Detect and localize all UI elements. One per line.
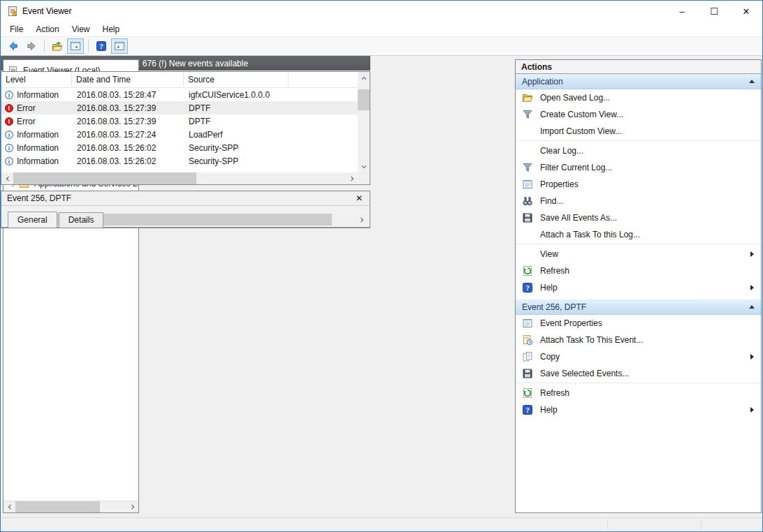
scroll-right-icon[interactable] [346, 172, 358, 184]
help-icon [522, 282, 534, 293]
forward-button[interactable] [23, 38, 40, 54]
event-date: 2016.08.03. 15:27:39 [72, 117, 184, 126]
tab-details[interactable]: Details [59, 212, 104, 228]
export-log-button[interactable] [49, 38, 66, 54]
scroll-thumb[interactable] [358, 89, 370, 110]
scroll-track[interactable] [13, 172, 346, 184]
collapse-arrow-icon[interactable] [749, 80, 755, 83]
info-icon [4, 130, 14, 140]
action-create-custom-view[interactable]: Create Custom View... [516, 106, 761, 123]
scroll-down-icon[interactable] [358, 161, 370, 172]
scroll-thumb[interactable] [15, 501, 100, 513]
action-help[interactable]: Help [516, 279, 761, 296]
action-label: Import Custom View... [540, 126, 761, 136]
results-pane: Application Number of events: 676 (!) Ne… [1, 56, 370, 228]
column-header-date-time[interactable]: Date and Time [72, 73, 184, 87]
copy-icon [522, 351, 534, 362]
action-refresh[interactable]: Refresh [516, 263, 761, 279]
help-button[interactable] [93, 38, 110, 54]
close-button[interactable]: ✕ [730, 1, 762, 22]
scroll-track[interactable] [358, 84, 370, 161]
event-source: Security-SPP [184, 143, 289, 153]
info-icon [4, 90, 14, 100]
actions-divider [516, 383, 761, 383]
menu-help[interactable]: Help [96, 23, 126, 36]
scroll-left-icon[interactable] [3, 501, 15, 513]
scrollbar-corner [358, 172, 370, 184]
toolbar-separator [88, 40, 89, 52]
event-row[interactable]: Error 2016.08.03. 15:27:39 DPTF [1, 114, 358, 128]
main-area: Event Viewer (Local) Custom Views Admini… [1, 56, 762, 517]
action-label: Properties [540, 179, 761, 189]
detail-tabs: General Details [1, 206, 370, 228]
event-row[interactable]: Information 2016.08.03. 15:26:02 Securit… [1, 141, 358, 154]
events-table-header: Level Date and Time Source [1, 72, 358, 88]
event-row[interactable]: Information 2016.08.03. 15:26:02 Securit… [1, 154, 358, 168]
minimize-button[interactable]: – [666, 1, 698, 22]
collapse-arrow-icon[interactable] [749, 305, 755, 309]
events-vertical-scrollbar[interactable] [358, 72, 370, 172]
actions-divider [516, 244, 761, 244]
menu-view[interactable]: View [66, 23, 96, 36]
event-row[interactable]: Information 2016.08.03. 15:28:47 igfxCUI… [1, 88, 358, 101]
filter-icon [522, 109, 534, 120]
action-attach-task-to-log[interactable]: Attach a Task To this Log... [516, 226, 761, 243]
toolbar [1, 37, 762, 56]
menu-file[interactable]: File [3, 23, 29, 36]
close-icon[interactable]: ✕ [354, 193, 364, 203]
events-horizontal-scrollbar[interactable] [1, 172, 358, 184]
menu-action[interactable]: Action [29, 23, 65, 36]
action-event-properties[interactable]: Event Properties [516, 315, 761, 332]
action-pane-toggle-button[interactable] [111, 38, 128, 54]
action-copy[interactable]: Copy [516, 348, 761, 365]
actions-section-application[interactable]: Application [516, 74, 761, 89]
action-label: Help [540, 283, 750, 293]
save-icon [522, 368, 534, 379]
event-source: igfxCUIService1.0.0.0 [184, 90, 289, 100]
tree-horizontal-scrollbar[interactable] [3, 501, 138, 512]
event-detail-panel: Event 256, DPTF ✕ General Details Intel(… [1, 191, 370, 228]
title-bar[interactable]: Event Viewer – ☐ ✕ [1, 1, 762, 22]
column-header-level[interactable]: Level [1, 73, 72, 87]
console-tree-toggle-button[interactable] [67, 38, 84, 54]
scroll-track[interactable] [15, 501, 126, 512]
action-label: Open Saved Log... [540, 93, 761, 103]
scroll-up-icon[interactable] [358, 72, 370, 84]
status-divider [607, 519, 608, 530]
event-row[interactable]: Information 2016.08.03. 15:27:24 LoadPer… [1, 128, 358, 141]
action-properties[interactable]: Properties [516, 176, 761, 193]
action-save-all-events-as[interactable]: Save All Events As... [516, 209, 761, 226]
action-open-saved-log[interactable]: Open Saved Log... [516, 89, 761, 106]
section-header-label: Application [522, 77, 749, 87]
action-filter-current-log[interactable]: Filter Current Log... [516, 159, 761, 176]
blank-icon [522, 126, 534, 137]
submenu-arrow-icon [750, 354, 754, 360]
info-icon [4, 156, 14, 166]
event-date: 2016.08.03. 15:26:02 [72, 156, 184, 166]
event-date: 2016.08.03. 15:27:24 [72, 130, 184, 140]
action-attach-task-to-event[interactable]: Attach Task To This Event... [516, 332, 761, 348]
event-source: DPTF [184, 103, 289, 113]
back-button[interactable] [5, 38, 22, 54]
maximize-button[interactable]: ☐ [698, 1, 730, 22]
actions-section-event-256-dptf[interactable]: Event 256, DPTF [516, 300, 761, 315]
find-icon [522, 195, 534, 207]
scroll-thumb[interactable] [13, 172, 196, 184]
action-find[interactable]: Find... [516, 193, 761, 209]
scroll-left-icon[interactable] [1, 172, 13, 184]
event-row-selected[interactable]: Error 2016.08.03. 15:27:39 DPTF [1, 101, 358, 114]
save-icon [522, 212, 534, 223]
section-header-label: Event 256, DPTF [522, 302, 749, 312]
action-import-custom-view[interactable]: Import Custom View... [516, 123, 761, 140]
tab-general[interactable]: General [8, 212, 57, 228]
action-help-event[interactable]: Help [516, 401, 761, 418]
scroll-right-icon[interactable] [126, 501, 138, 513]
action-label: Copy [540, 352, 750, 362]
submenu-arrow-icon [750, 251, 754, 257]
action-save-selected-events[interactable]: Save Selected Events... [516, 365, 761, 382]
column-header-source[interactable]: Source [184, 73, 289, 87]
action-clear-log[interactable]: Clear Log... [516, 142, 761, 159]
action-refresh-event[interactable]: Refresh [516, 385, 761, 401]
event-source: LoadPerf [184, 130, 289, 140]
action-view[interactable]: View [516, 246, 761, 263]
